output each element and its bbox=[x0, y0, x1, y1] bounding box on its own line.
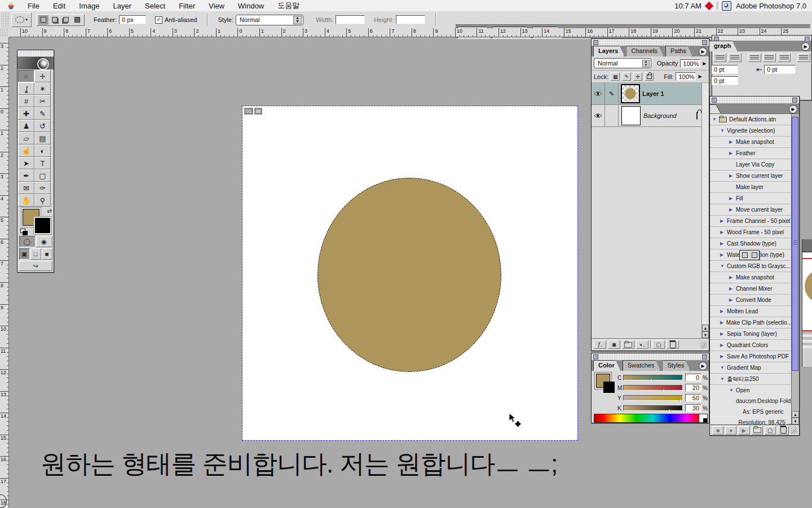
record-button[interactable]: ● bbox=[725, 426, 736, 435]
disclosure-triangle-icon[interactable] bbox=[720, 376, 727, 382]
action-row[interactable]: Custom RGB to Graysc... bbox=[710, 260, 792, 271]
actions-scrollbar[interactable]: ▲ ▼ bbox=[791, 114, 799, 424]
scrollbar-thumb[interactable] bbox=[792, 117, 798, 371]
disclosure-triangle-icon[interactable] bbox=[729, 173, 736, 178]
align-button[interactable] bbox=[763, 53, 776, 62]
palette-tab[interactable]: Paths bbox=[665, 46, 692, 56]
spectrum-ramp[interactable] bbox=[594, 414, 700, 423]
selection-add-button[interactable] bbox=[50, 15, 60, 25]
action-row[interactable]: Make snapshot bbox=[710, 136, 792, 147]
resize-grip[interactable] bbox=[791, 427, 797, 433]
tool-button[interactable]: ✶ bbox=[34, 82, 51, 95]
align-button[interactable] bbox=[778, 53, 791, 62]
menu-item[interactable]: Layer bbox=[107, 2, 139, 10]
palette-menu-arrow-icon[interactable]: ▶ bbox=[789, 105, 797, 113]
tool-button[interactable]: ○ bbox=[18, 70, 34, 82]
disclosure-triangle-icon[interactable] bbox=[729, 196, 736, 201]
add-mask-button[interactable]: ◙ bbox=[608, 340, 620, 349]
photoshop-app-icon[interactable] bbox=[722, 1, 731, 11]
tool-button[interactable]: ☝ bbox=[18, 144, 34, 157]
tool-button[interactable]: ʆ bbox=[18, 82, 34, 95]
feather-input[interactable]: 0 px bbox=[119, 15, 146, 24]
resize-grip[interactable] bbox=[700, 341, 707, 348]
disclosure-triangle-icon[interactable] bbox=[720, 128, 727, 133]
tool-button[interactable]: ⚲ bbox=[34, 194, 51, 207]
tool-button[interactable]: ♟ bbox=[18, 120, 34, 132]
lock-all-button[interactable] bbox=[645, 72, 654, 81]
disclosure-triangle-icon[interactable] bbox=[720, 309, 727, 314]
menu-item[interactable]: Window bbox=[231, 2, 271, 10]
indent-right-input[interactable]: 0 pt bbox=[764, 65, 796, 74]
default-colors-icon[interactable] bbox=[20, 229, 28, 235]
menu-item[interactable]: File bbox=[21, 2, 46, 10]
tool-button[interactable]: ◐ bbox=[34, 144, 51, 157]
disclosure-triangle-icon[interactable] bbox=[720, 218, 727, 224]
tool-button[interactable]: ▢ bbox=[34, 169, 51, 182]
channel-value-input[interactable]: 50 bbox=[685, 394, 701, 402]
action-row[interactable]: Cast Shadow (type) bbox=[710, 238, 792, 249]
action-row[interactable]: Vignette (selection) bbox=[710, 125, 792, 136]
opacity-value[interactable]: 100% bbox=[680, 59, 700, 68]
action-row[interactable]: Make snapshot bbox=[710, 271, 792, 283]
delete-layer-button[interactable] bbox=[667, 340, 679, 349]
tool-button[interactable]: ▱ bbox=[18, 132, 34, 144]
toolbox-title-bar[interactable] bbox=[17, 50, 54, 57]
lock-transparency-button[interactable]: ▦ bbox=[611, 72, 620, 81]
action-row[interactable]: Save As Photoshop PDF bbox=[710, 351, 792, 362]
disclosure-triangle-icon[interactable] bbox=[720, 320, 726, 325]
opacity-arrow-icon[interactable]: ▶ bbox=[703, 61, 706, 66]
paragraph-title-bar[interactable] bbox=[712, 36, 811, 41]
layer-thumbnail[interactable] bbox=[621, 106, 641, 125]
tool-button[interactable]: ▤ bbox=[34, 132, 51, 144]
layer-row-background[interactable]: Background bbox=[592, 105, 702, 127]
scroll-up-icon[interactable]: ▲ bbox=[702, 325, 709, 331]
new-set-button[interactable] bbox=[752, 426, 763, 435]
palette-menu-arrow-icon[interactable]: ▶ bbox=[699, 362, 707, 370]
layers-palette-title-bar[interactable] bbox=[592, 39, 709, 46]
menu-item[interactable]: Image bbox=[72, 2, 106, 10]
disclosure-triangle-icon[interactable] bbox=[720, 252, 727, 257]
color-palette-title-bar[interactable] bbox=[592, 353, 709, 361]
quickmask-mode-button[interactable]: ◉ bbox=[36, 236, 52, 247]
disclosure-triangle-icon[interactable] bbox=[720, 241, 727, 246]
stop-button[interactable]: ■ bbox=[712, 426, 723, 435]
disclosure-triangle-icon[interactable] bbox=[712, 117, 719, 122]
disclosure-triangle-icon[interactable] bbox=[720, 264, 727, 269]
play-button[interactable]: ▶ bbox=[738, 426, 749, 435]
adjustment-layer-button[interactable]: ◐. bbox=[636, 340, 648, 349]
palette-tab[interactable]: Color bbox=[593, 360, 621, 371]
anti-aliased-checkbox[interactable]: ✓ bbox=[155, 16, 162, 24]
disclosure-triangle-icon[interactable] bbox=[720, 331, 727, 336]
lock-paint-button[interactable]: ✎ bbox=[622, 72, 631, 81]
action-row[interactable]: Water Reflection (type) bbox=[710, 249, 792, 260]
disclosure-triangle-icon[interactable] bbox=[729, 275, 736, 280]
action-row[interactable]: Default Actions.atn bbox=[710, 114, 792, 125]
palette-tab[interactable]: Swatches bbox=[623, 360, 661, 371]
action-row[interactable]: As: EPS generic bbox=[710, 406, 792, 417]
palette-menu-arrow-icon[interactable]: ▶ bbox=[801, 42, 810, 51]
slider-thumb[interactable] bbox=[649, 379, 654, 382]
disclosure-triangle-icon[interactable] bbox=[729, 139, 736, 144]
palette-tab[interactable]: Styles bbox=[662, 360, 690, 371]
fullscreen-menubar-button[interactable]: □ bbox=[30, 248, 41, 260]
tool-preset-button[interactable]: ▾ bbox=[11, 12, 32, 27]
tool-button[interactable]: ✉ bbox=[18, 182, 34, 194]
tool-button[interactable]: ✚ bbox=[18, 107, 34, 120]
color-background-swatch[interactable] bbox=[603, 382, 615, 393]
scroll-down-icon[interactable]: ▼ bbox=[702, 331, 709, 338]
fill-value[interactable]: 100% bbox=[676, 72, 696, 81]
action-row[interactable]: Open bbox=[710, 384, 792, 396]
fill-arrow-icon[interactable]: ▶ bbox=[698, 74, 701, 79]
action-row[interactable]: Feather bbox=[710, 147, 792, 159]
palette-tab[interactable]: Layers bbox=[593, 46, 624, 56]
indent-first-input[interactable]: 0 pt bbox=[711, 76, 738, 85]
tool-button[interactable]: # bbox=[18, 95, 34, 107]
app-switcher-diamond-icon[interactable] bbox=[705, 1, 714, 10]
indent-left-input[interactable]: 0 pt bbox=[711, 65, 738, 74]
selection-intersect-button[interactable] bbox=[72, 15, 82, 25]
new-layer-button[interactable]: ▢ bbox=[652, 340, 665, 349]
selection-subtract-button[interactable] bbox=[61, 15, 71, 25]
align-button[interactable] bbox=[748, 53, 761, 62]
visibility-cell[interactable] bbox=[592, 105, 605, 126]
width-input[interactable] bbox=[336, 15, 365, 24]
